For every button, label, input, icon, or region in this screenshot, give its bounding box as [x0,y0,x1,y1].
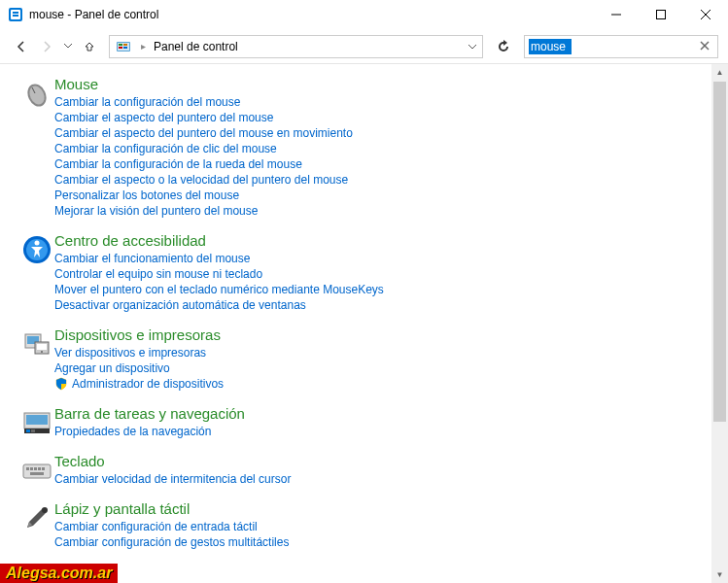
link-text: Cambiar el aspecto o la velocidad del pu… [54,173,348,187]
section-links: Cambiar la configuración del mouseCambia… [54,94,709,219]
result-section: Centro de accesibilidadCambiar el funcio… [19,232,709,313]
result-link[interactable]: Cambiar la configuración de la rueda del… [54,156,709,172]
result-link[interactable]: Cambiar velocidad de intermitencia del c… [54,471,709,487]
link-text: Cambiar configuración de entrada táctil [54,520,258,533]
svg-rect-38 [30,472,44,475]
result-link[interactable]: Administrador de dispositivos [54,376,709,392]
section-links: Cambiar el funcionamiento del mouseContr… [54,251,709,313]
result-link[interactable]: Mover el puntero con el teclado numérico… [54,282,709,297]
window-controls [594,0,728,29]
maximize-button[interactable] [639,0,683,29]
breadcrumb-separator-icon[interactable]: ▸ [137,41,150,51]
link-text: Mejorar la visión del puntero del mouse [54,204,258,218]
svg-rect-31 [31,429,35,432]
shield-icon [54,377,68,391]
toolbar: ▸ Panel de control [0,29,728,64]
section-body: Dispositivos e impresorasVer dispositivo… [54,326,709,392]
result-section: TecladoCambiar velocidad de intermitenci… [19,453,709,487]
control-panel-icon [114,37,133,56]
result-link[interactable]: Cambiar el aspecto del puntero del mouse [54,110,709,125]
svg-rect-33 [26,467,29,470]
result-section: Lápiz y pantalla táctilCambiar configura… [19,500,709,550]
section-title[interactable]: Centro de accesibilidad [54,232,709,249]
link-text: Personalizar los botones del mouse [54,189,239,202]
section-title[interactable]: Mouse [54,76,709,92]
taskbar-icon [19,405,54,439]
link-text: Cambiar el funcionamiento del mouse [54,252,250,265]
watermark: Alegsa.com.ar [0,564,118,583]
scroll-down-icon[interactable]: ▼ [711,566,728,583]
scrollbar-thumb[interactable] [713,82,726,422]
svg-rect-13 [123,47,127,49]
result-link[interactable]: Controlar el equipo sin mouse ni teclado [54,266,709,282]
link-text: Controlar el equipo sin mouse ni teclado [54,267,262,281]
vertical-scrollbar[interactable]: ▲ ▼ [711,64,728,583]
section-body: Barra de tareas y navegaciónPropiedades … [54,405,709,439]
result-link[interactable]: Cambiar configuración de gestos multitác… [54,534,709,550]
refresh-button[interactable] [491,35,516,58]
svg-rect-34 [30,467,33,470]
minimize-button[interactable] [594,0,639,29]
svg-rect-3 [13,15,18,17]
result-link[interactable]: Cambiar la configuración del mouse [54,94,709,110]
svg-rect-10 [119,44,122,46]
svg-point-21 [35,241,40,246]
result-link[interactable]: Agregar un dispositivo [54,360,709,376]
result-link[interactable]: Cambiar el aspecto del puntero del mouse… [54,125,709,141]
back-button[interactable] [10,35,33,58]
result-link[interactable]: Cambiar el aspecto o la velocidad del pu… [54,172,709,188]
link-text: Cambiar la configuración de la rueda del… [54,157,302,171]
breadcrumb[interactable]: Panel de control [150,40,242,53]
svg-rect-30 [26,429,30,432]
section-body: Centro de accesibilidadCambiar el funcio… [54,232,709,313]
link-text: Cambiar el aspecto del puntero del mouse [54,111,273,124]
svg-rect-35 [34,467,37,470]
section-links: Cambiar velocidad de intermitencia del c… [54,471,709,487]
result-link[interactable]: Personalizar los botones del mouse [54,188,709,203]
section-links: Propiedades de la navegación [54,424,709,439]
search-field[interactable] [529,39,572,54]
result-link[interactable]: Propiedades de la navegación [54,424,709,439]
svg-rect-11 [123,44,127,46]
section-title[interactable]: Dispositivos e impresoras [54,326,709,343]
svg-rect-32 [23,464,51,478]
svg-rect-28 [26,415,48,425]
result-link[interactable]: Cambiar el funcionamiento del mouse [54,251,709,266]
section-title[interactable]: Barra de tareas y navegación [54,405,709,422]
link-text: Cambiar velocidad de intermitencia del c… [54,472,291,486]
section-links: Cambiar configuración de entrada táctilC… [54,519,709,550]
link-text: Desactivar organización automática de ve… [54,298,306,312]
svg-rect-25 [37,344,47,350]
close-button[interactable] [683,0,728,29]
result-link[interactable]: Cambiar la configuración de clic del mou… [54,141,709,156]
result-section: MouseCambiar la configuración del mouseC… [19,76,709,219]
titlebar: mouse - Panel de control [0,0,728,29]
link-text: Agregar un dispositivo [54,361,170,375]
result-link[interactable]: Ver dispositivos e impresoras [54,345,709,360]
result-link[interactable]: Desactivar organización automática de ve… [54,297,709,313]
result-link[interactable]: Cambiar configuración de entrada táctil [54,519,709,534]
search-input[interactable] [524,35,718,58]
history-dropdown-icon[interactable] [60,42,76,51]
forward-button [35,35,58,58]
scroll-up-icon[interactable]: ▲ [711,64,728,81]
app-icon [8,7,23,22]
svg-point-26 [41,351,43,353]
svg-rect-2 [13,12,18,14]
svg-rect-5 [657,11,666,19]
section-body: TecladoCambiar velocidad de intermitenci… [54,453,709,487]
section-title[interactable]: Lápiz y pantalla táctil [54,500,709,517]
svg-rect-37 [42,467,45,470]
address-dropdown-icon[interactable] [463,41,482,51]
section-title[interactable]: Teclado [54,453,709,469]
keyboard-icon [19,453,54,487]
accessibility-icon [19,232,54,313]
up-button[interactable] [78,35,101,58]
result-section: Barra de tareas y navegaciónPropiedades … [19,405,709,439]
address-bar[interactable]: ▸ Panel de control [109,35,483,58]
clear-search-icon[interactable] [696,40,713,53]
result-link[interactable]: Mejorar la visión del puntero del mouse [54,203,709,219]
link-text: Cambiar la configuración de clic del mou… [54,142,277,155]
section-body: MouseCambiar la configuración del mouseC… [54,76,709,219]
link-text: Propiedades de la navegación [54,425,211,438]
